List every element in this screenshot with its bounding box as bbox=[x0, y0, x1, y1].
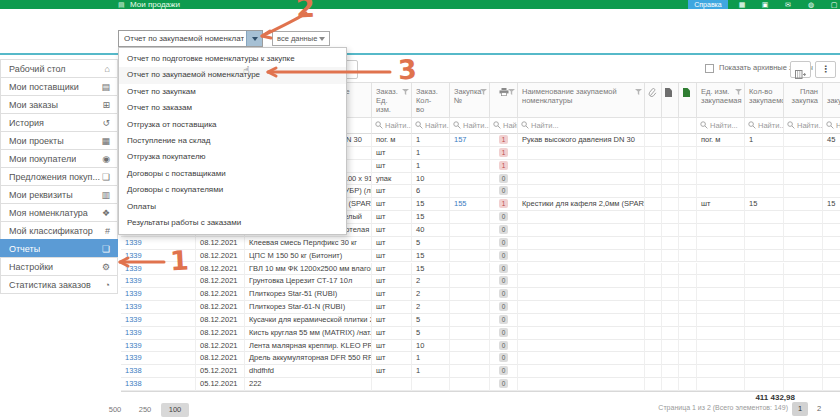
filter-input-unit[interactable]: Найти... bbox=[372, 118, 412, 134]
column-header-att[interactable] bbox=[645, 83, 662, 118]
menu-item-2[interactable]: Отчет по закупаемой номенклатуре bbox=[119, 67, 346, 83]
column-header-name[interactable]: Наименование закупаемой номенклатуры bbox=[518, 83, 645, 118]
cell-order-row-15[interactable]: 1339 bbox=[121, 314, 196, 327]
filter-funnel-icon[interactable] bbox=[508, 88, 515, 97]
page-size-100[interactable]: 100 bbox=[161, 403, 189, 417]
menu-item-11[interactable]: Результаты работы с заказами bbox=[119, 215, 346, 231]
cell-tail-row-8 bbox=[823, 224, 840, 237]
cell-punit-row-17 bbox=[697, 340, 745, 353]
page-button-1[interactable]: 1 bbox=[792, 402, 808, 416]
cell-order-row-20[interactable]: 1338 bbox=[121, 378, 196, 391]
cell-order-row-13[interactable]: 1339 bbox=[121, 288, 196, 301]
sidebar-item-история[interactable]: История↺ bbox=[0, 113, 118, 132]
sidebar-item-отчеты[interactable]: Отчеты❏ bbox=[0, 239, 118, 258]
filter-input-name[interactable]: Найти... bbox=[518, 118, 645, 134]
cell-doc2-row-4 bbox=[679, 173, 697, 186]
cell-punit-row-13 bbox=[697, 288, 745, 301]
cell-date-row-10: 08.12.2021 bbox=[196, 250, 245, 263]
menu-item-1[interactable]: Отчет по подготовке номенклатуры к закуп… bbox=[119, 51, 346, 67]
page-size-500[interactable]: 500 bbox=[101, 403, 129, 417]
status-badge: 1 bbox=[499, 135, 508, 144]
cell-plan-row-3 bbox=[784, 160, 823, 173]
filter-funnel-icon[interactable] bbox=[402, 88, 409, 97]
menu-item-6[interactable]: Поступление на склад bbox=[119, 133, 346, 149]
cell-pno-row-20 bbox=[450, 378, 490, 391]
cell-order-row-10[interactable]: 1339 bbox=[121, 250, 196, 263]
filter-input-qty[interactable]: Найти... bbox=[412, 118, 450, 134]
page-size-250[interactable]: 250 bbox=[131, 403, 159, 417]
column-header-qty[interactable]: Заказ. Кол-во bbox=[412, 83, 450, 118]
sidebar-item-мои-заказы[interactable]: Мои заказы⊞ bbox=[0, 95, 118, 114]
column-header-pqty[interactable]: Кол-возакупаемое bbox=[745, 83, 784, 118]
help-button[interactable]: Справка bbox=[688, 0, 728, 9]
cell-pqty-row-12 bbox=[745, 275, 784, 288]
cell-order-row-16[interactable]: 1339 bbox=[121, 327, 196, 340]
data-scope-select[interactable]: все данные bbox=[272, 31, 330, 46]
topbar-title[interactable]: Мои продажи bbox=[130, 0, 180, 9]
cell-pqty-row-13 bbox=[745, 288, 784, 301]
column-header-punit[interactable]: Ед. изм.закупаемая bbox=[697, 83, 745, 118]
column-header-doc1[interactable] bbox=[662, 83, 679, 118]
cell-plan-row-20 bbox=[784, 378, 823, 391]
cell-order-row-18[interactable]: 1339 bbox=[121, 352, 196, 365]
column-header-label: Заказ. Кол-во bbox=[416, 87, 438, 114]
menu-item-4[interactable]: Отчет по заказам bbox=[119, 100, 346, 116]
more-options-button[interactable]: ⋮ bbox=[815, 61, 836, 78]
column-header-plan[interactable]: Планзакупка bbox=[784, 83, 823, 118]
filter-input-tail[interactable]: Найти... bbox=[823, 118, 840, 134]
cell-order-row-14[interactable]: 1339 bbox=[121, 301, 196, 314]
cell-order-row-9[interactable]: 1339 bbox=[121, 237, 196, 250]
cell-req-row-13: Плиткорез Star-51 (RUBI) bbox=[245, 288, 372, 301]
sidebar-item-мои-поставщики[interactable]: Мои поставщики▤ bbox=[0, 77, 118, 96]
report-type-select[interactable]: Отчет по закупаемой номенклатуре bbox=[118, 30, 263, 47]
filter-funnel-icon[interactable] bbox=[635, 88, 642, 97]
menu-item-9[interactable]: Договоры с покупателями bbox=[119, 182, 346, 198]
filter-input-pno[interactable]: Найти... bbox=[450, 118, 490, 134]
box-icon[interactable]: ▢ bbox=[829, 1, 839, 8]
cell-date-row-11: 08.12.2021 bbox=[196, 263, 245, 276]
filter-input-pqty[interactable]: Найти... bbox=[745, 118, 784, 134]
cell-pno-row-1[interactable]: 157 bbox=[450, 134, 490, 147]
menu-item-7[interactable]: Отгрузка покупателю bbox=[119, 149, 346, 165]
filter-input-plan[interactable]: Найти... bbox=[784, 118, 823, 134]
sidebar-item-мои-реквизиты[interactable]: Мои реквизиты▥ bbox=[0, 185, 118, 204]
user-icon[interactable]: ▣ bbox=[760, 1, 770, 8]
column-header-doc2[interactable] bbox=[679, 83, 697, 118]
status-badge: 0 bbox=[499, 225, 508, 234]
sidebar-item-предложения-покуп-[interactable]: Предложения покуп...❏ bbox=[0, 167, 118, 186]
filter-funnel-icon[interactable] bbox=[480, 88, 487, 97]
column-header-badge[interactable] bbox=[490, 83, 518, 118]
sidebar-item-мой-классификатор[interactable]: Мой классификатор# bbox=[0, 221, 118, 240]
page-button-2[interactable]: 2 bbox=[811, 402, 827, 416]
cell-pno-row-13 bbox=[450, 288, 490, 301]
cell-att-row-11 bbox=[645, 263, 662, 276]
sidebar-item-мои-проекты[interactable]: Мои проекты▦ bbox=[0, 131, 118, 150]
menu-item-5[interactable]: Отгрузка от поставщика bbox=[119, 117, 346, 133]
column-header-pno[interactable]: Закупка№ bbox=[450, 83, 490, 118]
select-toggle-button[interactable] bbox=[246, 31, 262, 46]
bell-icon[interactable]: ◍ bbox=[806, 1, 816, 8]
filter-input-badge[interactable]: Найти... bbox=[490, 118, 518, 134]
cell-order-row-19[interactable]: 1338 bbox=[121, 365, 196, 378]
column-header-tail[interactable]: закуп bbox=[823, 83, 840, 118]
menu-item-10[interactable]: Оплаты bbox=[119, 199, 346, 215]
sidebar-item-настройки[interactable]: Настройки⚙ bbox=[0, 257, 118, 276]
filter-placeholder: Найти... bbox=[385, 121, 412, 130]
show-archive-checkbox[interactable] bbox=[705, 64, 714, 73]
cell-pno-row-6[interactable]: 155 bbox=[450, 198, 490, 211]
column-chooser-button[interactable] bbox=[790, 61, 811, 78]
column-header-unit[interactable]: Заказ. Ед.изм. bbox=[372, 83, 412, 118]
sidebar-item-рабочий-стол[interactable]: Рабочий стол⌂ bbox=[0, 59, 118, 78]
apps-icon[interactable]: ▦ bbox=[737, 1, 747, 8]
menu-item-8[interactable]: Договоры с поставщиками bbox=[119, 166, 346, 182]
cell-order-row-17[interactable]: 1339 bbox=[121, 340, 196, 353]
filter-funnel-icon[interactable] bbox=[735, 88, 742, 97]
menu-item-3[interactable]: Отчет по закупкам bbox=[119, 84, 346, 100]
sidebar-item-моя-номенклатура[interactable]: Моя номенклатура❖ bbox=[0, 203, 118, 222]
sidebar-item-статистика-заказов[interactable]: Статистика заказов◔ bbox=[0, 275, 118, 294]
cell-order-row-12[interactable]: 1339 bbox=[121, 275, 196, 288]
sidebar-item-мои-покупатели[interactable]: Мои покупатели◉ bbox=[0, 149, 118, 168]
filter-input-punit[interactable]: Найти... bbox=[697, 118, 745, 134]
cell-order-row-11[interactable]: 1339 bbox=[121, 263, 196, 276]
mail-icon[interactable]: ✉ bbox=[783, 1, 793, 8]
